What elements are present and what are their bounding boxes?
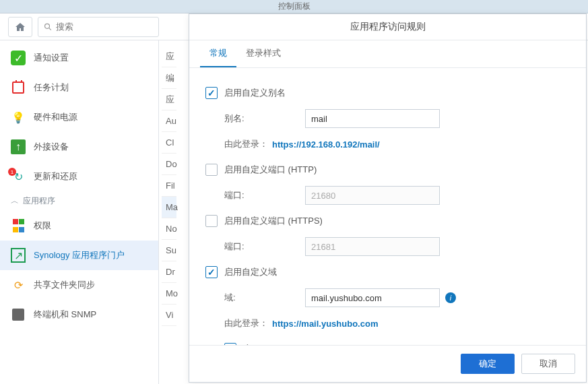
sidebar-item-hardware-power[interactable]: 💡 硬件和电源 <box>0 102 158 132</box>
ok-button[interactable]: 确定 <box>461 354 515 374</box>
sidebar-item-label: 硬件和电源 <box>34 111 77 123</box>
window-titlebar: 控制面板 <box>0 0 588 13</box>
label-custom-https-port: 启用自定义端口 (HTTPS) <box>224 215 323 227</box>
terminal-icon <box>11 307 26 322</box>
sidebar-item-notification[interactable]: ✓ 通知设置 <box>0 43 158 73</box>
label-login-from: 由此登录： <box>224 138 268 150</box>
list-item[interactable]: Au <box>162 110 176 132</box>
label-custom-http-port: 启用自定义端口 (HTTP) <box>224 164 317 176</box>
dialog-buttons: 确定 取消 <box>189 345 586 382</box>
list-item[interactable]: 应 <box>162 46 176 67</box>
svg-line-1 <box>49 28 51 30</box>
sidebar-item-label: 外接设备 <box>34 141 69 153</box>
badge: 1 <box>8 168 16 176</box>
svg-point-0 <box>45 24 50 28</box>
label-custom-alias: 启用自定义别名 <box>224 87 286 99</box>
sidebar-item-label: 共享文件夹同步 <box>34 279 95 291</box>
grid-icon <box>11 218 26 233</box>
list-item[interactable]: Dr <box>162 261 176 283</box>
dialog-app-access-rules: 应用程序访问规则 常规 登录样式 启用自定义别名 别名: 由此登录： https… <box>189 13 587 383</box>
calendar-icon <box>11 80 26 95</box>
bulb-icon: 💡 <box>11 110 26 125</box>
sidebar-item-privileges[interactable]: 权限 <box>0 211 158 241</box>
upload-icon: ↑ <box>11 139 26 154</box>
dialog-title: 应用程序访问规则 <box>189 14 586 40</box>
list-item[interactable]: 编 <box>162 67 176 89</box>
form-general: 启用自定义别名 别名: 由此登录： https://192.168.0.192/… <box>189 68 586 345</box>
sidebar-item-label: 通知设置 <box>34 52 69 64</box>
input-domain[interactable] <box>305 288 440 307</box>
search-icon <box>44 22 52 32</box>
list-item[interactable]: Mo <box>162 283 176 305</box>
chat-bubble-icon: ✓ <box>11 51 26 65</box>
list-item[interactable]: Cl <box>162 132 176 154</box>
sidebar-item-label: Synology 应用程序门户 <box>34 249 125 261</box>
home-button[interactable] <box>8 17 32 37</box>
list-item[interactable]: Vi <box>162 305 176 326</box>
label-port: 端口: <box>224 241 305 253</box>
list-item[interactable]: Do <box>162 154 176 175</box>
list-item[interactable]: Fil <box>162 175 176 197</box>
checkbox-custom-http-port[interactable] <box>205 164 218 176</box>
search-box[interactable] <box>38 17 159 37</box>
input-https-port <box>305 237 440 256</box>
sidebar-item-label: 终端机和 SNMP <box>34 309 96 321</box>
tab-bar: 常规 登录样式 <box>189 40 586 68</box>
sidebar-item-label: 权限 <box>34 220 51 232</box>
label-port: 端口: <box>224 189 305 201</box>
sidebar-item-label: 任务计划 <box>34 82 69 94</box>
list-item[interactable]: Su <box>162 240 176 261</box>
list-item[interactable]: Ma <box>162 197 176 218</box>
sidebar-item-update-restore[interactable]: ↻1 更新和还原 <box>0 162 158 191</box>
label-custom-domain: 启用自定义域 <box>224 266 277 278</box>
tab-general[interactable]: 常规 <box>200 40 236 67</box>
input-alias[interactable] <box>305 109 440 128</box>
input-http-port <box>305 186 440 205</box>
home-icon <box>15 22 26 32</box>
label-domain: 域: <box>224 292 305 304</box>
window-title: 控制面板 <box>278 1 311 12</box>
checkbox-custom-domain[interactable] <box>205 266 218 278</box>
sidebar-item-shared-sync[interactable]: ⟳ 共享文件夹同步 <box>0 270 158 300</box>
chevron-up-icon: ︿ <box>11 195 19 207</box>
sidebar-item-task-scheduler[interactable]: 任务计划 <box>0 73 158 102</box>
refresh-icon: ↻1 <box>11 169 26 184</box>
tab-login-style[interactable]: 登录样式 <box>236 40 290 67</box>
sidebar-item-external-devices[interactable]: ↑ 外接设备 <box>0 132 158 162</box>
portal-icon: ↗ <box>11 248 26 263</box>
cancel-button[interactable]: 取消 <box>521 354 575 374</box>
list-item[interactable]: No <box>162 218 176 240</box>
sidebar-item-app-portal[interactable]: ↗ Synology 应用程序门户 <box>0 241 158 270</box>
checkbox-custom-alias[interactable] <box>205 87 218 99</box>
sync-icon: ⟳ <box>11 278 26 292</box>
sidebar-group-toggle[interactable]: ︿ 应用程序 <box>0 191 158 211</box>
sidebar: ✓ 通知设置 任务计划 💡 硬件和电源 ↑ 外接设备 ↻1 更新和还原 ︿ 应用… <box>0 40 159 384</box>
app-list: 应 编 应 Au Cl Do Fil Ma No Su Dr Mo Vi <box>159 40 179 331</box>
list-item[interactable]: 应 <box>162 89 176 110</box>
checkbox-custom-https-port[interactable] <box>205 215 218 227</box>
sidebar-group-label: 应用程序 <box>23 195 55 207</box>
label-login-from: 由此登录： <box>224 317 268 329</box>
label-alias: 别名: <box>224 113 305 125</box>
link-alias-url[interactable]: https://192.168.0.192/mail/ <box>272 139 380 150</box>
sidebar-item-label: 更新和还原 <box>34 170 77 183</box>
sidebar-item-terminal-snmp[interactable]: 终端机和 SNMP <box>0 300 158 329</box>
link-domain-url[interactable]: https://mail.yushubo.com <box>272 319 378 329</box>
search-input[interactable] <box>56 22 153 32</box>
info-icon[interactable]: i <box>445 292 456 303</box>
